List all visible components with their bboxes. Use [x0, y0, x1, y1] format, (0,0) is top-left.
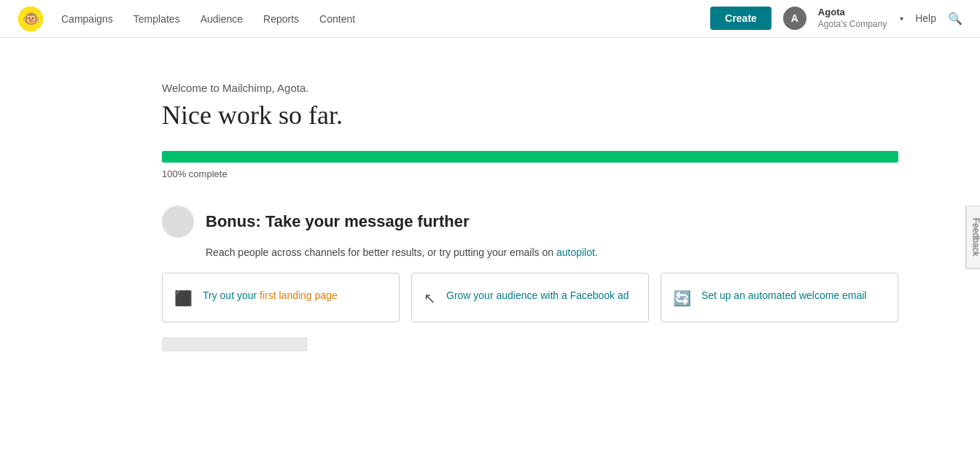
facebook-ad-card[interactable]: ↖ Grow your audience with a Facebook ad	[411, 273, 649, 322]
welcome-email-card[interactable]: 🔄 Set up an automated welcome email	[661, 273, 898, 322]
welcome-email-icon: 🔄	[673, 290, 691, 307]
landing-page-icon: ⬛	[174, 290, 192, 307]
bonus-title: Bonus: Take your message further	[206, 212, 469, 231]
bottom-partial-element	[162, 337, 308, 351]
page-headline: Nice work so far.	[162, 100, 898, 131]
user-company: Agota's Company	[818, 19, 887, 31]
user-info: Agota Agota's Company	[818, 7, 887, 30]
bonus-header: Bonus: Take your message further	[162, 206, 898, 238]
navbar: 🐵 Campaigns Templates Audience Reports C…	[0, 0, 980, 38]
nav-audience[interactable]: Audience	[201, 13, 243, 25]
mailchimp-logo[interactable]: 🐵	[18, 6, 44, 32]
facebook-ad-text: Grow your audience with a Facebook ad	[446, 288, 629, 303]
facebook-ad-icon: ↖	[424, 290, 436, 307]
nav-reports[interactable]: Reports	[263, 13, 299, 25]
chevron-down-icon[interactable]: ▾	[900, 15, 903, 23]
feedback-tab[interactable]: Feedback	[966, 206, 980, 269]
welcome-email-link: welcome email	[799, 290, 867, 301]
progress-bar-container	[162, 151, 898, 163]
facebook-ad-link: Facebook ad	[570, 290, 629, 301]
progress-bar-fill	[162, 151, 898, 163]
welcome-text: Welcome to Mailchimp, Agota.	[162, 82, 898, 94]
cards-row: ⬛ Try out your first landing page ↖ Grow…	[162, 273, 898, 322]
welcome-email-text: Set up an automated welcome email	[701, 288, 866, 303]
user-name: Agota	[818, 7, 887, 19]
progress-label: 100% complete	[162, 168, 898, 179]
help-link[interactable]: Help	[915, 12, 936, 24]
bonus-description: Reach people across channels for better …	[206, 246, 898, 258]
nav-right: Create A Agota Agota's Company ▾ Help 🔍	[710, 7, 962, 30]
landing-page-text: Try out your first landing page	[203, 288, 338, 303]
create-button[interactable]: Create	[710, 7, 771, 30]
landing-page-card[interactable]: ⬛ Try out your first landing page	[162, 273, 400, 322]
nav-links: Campaigns Templates Audience Reports Con…	[61, 13, 710, 25]
first-landing-page-link: first landing page	[260, 290, 338, 301]
nav-templates[interactable]: Templates	[133, 13, 180, 25]
nav-content[interactable]: Content	[319, 13, 355, 25]
main-content: Welcome to Mailchimp, Agota. Nice work s…	[52, 38, 928, 381]
avatar[interactable]: A	[783, 7, 806, 30]
search-icon[interactable]: 🔍	[948, 12, 962, 26]
autopilot-link[interactable]: autopilot	[556, 246, 595, 258]
nav-campaigns[interactable]: Campaigns	[61, 13, 113, 25]
svg-text:🐵: 🐵	[23, 10, 40, 27]
bonus-section: Bonus: Take your message further Reach p…	[162, 206, 898, 351]
bonus-desc-text: Reach people across channels for better …	[206, 246, 556, 258]
bonus-icon	[162, 206, 194, 238]
bonus-desc-end: .	[595, 246, 598, 258]
